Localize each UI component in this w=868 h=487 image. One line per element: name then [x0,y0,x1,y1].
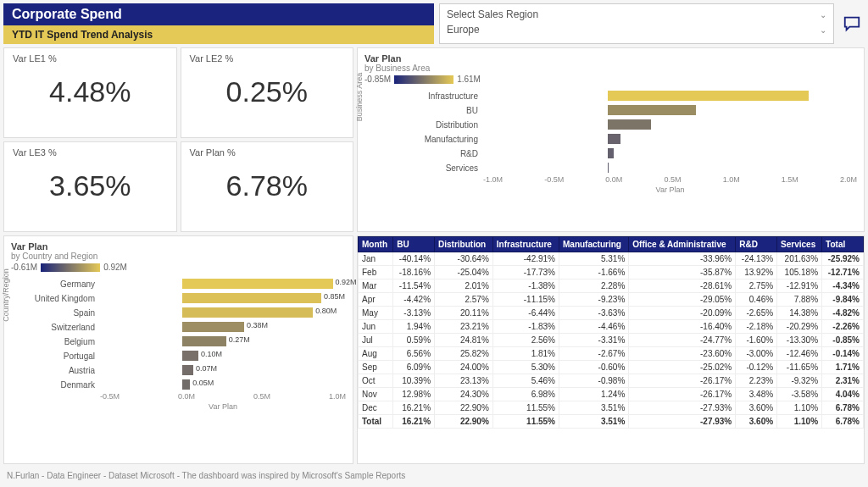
axis-tick: 0.5M [664,175,681,187]
cell: 3.51% [559,401,629,415]
cell: -0.98% [559,374,629,388]
axis-tick: 0.0M [605,175,622,187]
col-header[interactable]: Distribution [435,237,493,252]
cell: -33.96% [629,252,736,266]
cell: Oct [359,374,393,388]
bar [182,279,333,289]
col-header[interactable]: BU [393,237,435,252]
cell: -30.64% [435,252,493,266]
cell: -2.26% [822,320,864,334]
cell: -23.60% [629,347,736,361]
kpi-var-le1[interactable]: Var LE1 % 4.48% [3,47,177,138]
cell: -6.44% [492,307,559,320]
cell: 1.10% [777,415,822,429]
kpi-value: 0.25% [190,75,345,108]
comment-icon[interactable] [839,3,865,44]
bar-label: Distribution [373,120,483,130]
cell: 22.90% [435,401,493,415]
bar [182,351,198,361]
bar [182,322,244,332]
cell: -12.91% [777,279,822,293]
table-row: Feb-18.16%-25.04%-17.73%-1.66%-35.87%13.… [359,266,864,279]
table-row: Oct10.39%23.13%5.46%-0.98%-26.17%2.23%-9… [359,374,864,388]
table-total-row: Total16.21%22.90%11.55%3.51%-27.93%3.60%… [359,415,864,429]
cell: -1.66% [559,266,629,279]
bar-label: Belgium [19,337,100,346]
cell: Aug [359,347,393,361]
axis-tick: 1.5M [782,175,798,187]
cell: -13.30% [777,334,822,347]
axis-tick: -0.5M [100,392,120,404]
region-selector[interactable]: Select Sales Region ⌄ Europe ⌄ [439,3,834,44]
cell: Total [359,415,393,429]
cell: -1.38% [492,279,559,293]
cell: 16.21% [393,415,435,429]
cell: Dec [359,401,393,415]
cell: 10.39% [393,374,435,388]
gradient-legend [41,263,100,272]
col-header[interactable]: Services [777,237,822,252]
cell: -2.18% [736,320,777,334]
cell: 6.78% [822,401,864,415]
col-header[interactable]: Manufacturing [559,237,629,252]
cell: 2.01% [435,279,493,293]
cell: -4.42% [393,293,435,307]
bar-row: Belgium 0.27M [19,335,346,348]
col-header[interactable]: Total [822,237,864,252]
y-axis-label: Business Area [355,73,364,122]
cell: 1.10% [777,401,822,415]
bar [608,148,614,158]
bar-row: Austria 0.07M [19,363,346,377]
select-value: Europe [447,24,480,36]
cell: -0.12% [736,361,777,374]
col-header[interactable]: R&D [736,237,777,252]
bar [182,379,191,390]
cell: 24.30% [435,388,493,401]
cell: 1.24% [559,388,629,401]
cell: -25.04% [435,266,493,279]
bar-label: Services [373,163,483,173]
cell: -1.83% [492,320,559,334]
bar-label: R&D [373,149,483,158]
bar [608,119,651,130]
cell: 0.59% [393,334,435,347]
kpi-var-le3[interactable]: Var LE3 % 3.65% [3,141,177,232]
axis-tick: 1.0M [723,175,740,187]
select-label: Select Sales Region [447,8,538,20]
bar [608,91,809,101]
bar-row: BU [373,103,857,117]
cell: -0.14% [822,347,864,361]
cell: -4.46% [559,320,629,334]
cell: -25.92% [822,252,864,266]
cell: -17.73% [492,266,559,279]
axis-tick: 0.0M [178,392,195,404]
cell: 13.92% [736,266,777,279]
col-header[interactable]: Infrastructure [492,237,559,252]
bar-value: 0.05M [192,379,214,387]
cell: -9.84% [822,293,864,307]
cell: 24.00% [435,361,493,374]
chart-varplan-business-area[interactable]: Var Plan by Business Area -0.85M 1.61M B… [357,47,865,232]
chevron-down-icon: ⌄ [820,10,826,19]
kpi-var-plan[interactable]: Var Plan % 6.78% [181,141,354,232]
chart-subtitle: by Business Area [364,64,857,73]
bar-value: 0.80M [315,307,337,315]
cell: 12.98% [393,388,435,401]
col-header[interactable]: Office & Administrative [629,237,736,252]
table-row: Apr-4.42%2.57%-11.15%-9.23%-29.05%0.46%7… [359,293,864,307]
cell: -27.93% [629,401,736,415]
table-row: Jun1.94%23.21%-1.83%-4.46%-16.40%-2.18%-… [359,320,864,334]
kpi-var-le2[interactable]: Var LE2 % 0.25% [181,47,354,138]
col-header[interactable]: Month [359,237,393,252]
axis-tick: 2.0M [840,175,857,187]
kpi-value: 4.48% [13,75,168,108]
chart-varplan-country[interactable]: Var Plan by Country and Region -0.61M 0.… [3,235,353,464]
cell: 5.31% [559,252,629,266]
monthly-variance-table[interactable]: MonthBUDistributionInfrastructureManufac… [357,235,865,464]
cell: 2.23% [736,374,777,388]
cell: 20.11% [435,307,493,320]
cell: -3.00% [736,347,777,361]
bar-value: 0.07M [196,364,217,373]
cell: -20.09% [629,307,736,320]
cell: -3.13% [393,307,435,320]
